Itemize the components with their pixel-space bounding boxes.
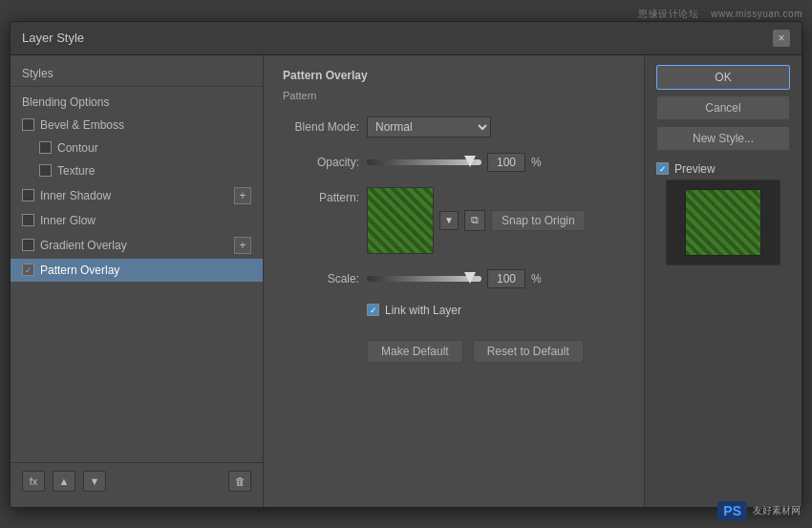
ps-site: 友好素材网 <box>753 504 801 517</box>
preview-inner <box>685 189 761 256</box>
opacity-slider[interactable] <box>367 159 481 165</box>
dialog-titlebar: Layer Style × <box>11 22 801 55</box>
delete-icon: 🗑 <box>235 475 246 487</box>
scale-slider-container: 100 % <box>367 269 625 288</box>
center-panel: Pattern Overlay Pattern Blend Mode: Norm… <box>264 55 644 507</box>
pattern-row: Pattern: ▼ ⧉ Snap to Origin <box>283 187 625 254</box>
sidebar-item-gradient-overlay[interactable]: Gradient Overlay + <box>11 232 263 259</box>
bevel-emboss-label: Bevel & Emboss <box>40 118 124 132</box>
styles-header: Styles <box>11 63 263 87</box>
opacity-slider-container: 100 % <box>367 153 625 172</box>
inner-glow-checkbox[interactable] <box>22 214 34 226</box>
link-checkbox[interactable] <box>367 304 379 316</box>
panel-subtitle: Pattern <box>283 90 625 101</box>
watermark-right: www.missyuan.com <box>711 9 802 19</box>
pattern-controls: ▼ ⧉ Snap to Origin <box>367 187 586 254</box>
blend-mode-row: Blend Mode: Normal Dissolve Multiply Scr… <box>283 116 625 137</box>
blend-mode-select[interactable]: Normal Dissolve Multiply Screen Overlay <box>367 116 491 137</box>
preview-thumbnail <box>666 180 780 265</box>
scale-thumb <box>464 272 476 284</box>
bevel-emboss-checkbox[interactable] <box>22 118 34 131</box>
inner-glow-label: Inner Glow <box>40 214 96 227</box>
texture-label: Texture <box>57 164 95 178</box>
delete-button[interactable]: 🗑 <box>228 471 251 492</box>
ps-brand: PS 友好素材网 <box>717 501 801 520</box>
move-up-button[interactable]: ▲ <box>53 471 75 492</box>
opacity-label: Opacity: <box>283 156 359 169</box>
opacity-thumb <box>464 156 476 167</box>
scale-label: Scale: <box>283 272 359 285</box>
link-label: Link with Layer <box>385 304 461 317</box>
options-icon: ⧉ <box>471 214 479 226</box>
snap-to-origin-button[interactable]: Snap to Origin <box>491 210 586 231</box>
scale-input[interactable]: 100 <box>487 269 525 288</box>
pattern-dropdown-button[interactable]: ▼ <box>439 211 459 230</box>
scale-slider[interactable] <box>367 276 481 282</box>
chevron-down-icon: ▼ <box>444 215 454 225</box>
texture-checkbox[interactable] <box>39 164 52 177</box>
new-style-button[interactable]: New Style... <box>656 126 790 151</box>
panel-title: Pattern Overlay <box>283 69 625 82</box>
scale-percent: % <box>531 272 542 285</box>
opacity-input[interactable]: 100 <box>487 153 525 172</box>
cancel-button[interactable]: Cancel <box>656 95 790 120</box>
link-row: Link with Layer <box>367 304 625 317</box>
blend-mode-label: Blend Mode: <box>283 120 359 134</box>
preview-section: Preview <box>656 162 790 265</box>
inner-shadow-checkbox[interactable] <box>22 189 34 201</box>
contour-checkbox[interactable] <box>39 141 52 154</box>
up-icon: ▲ <box>59 475 70 487</box>
sidebar-item-inner-shadow[interactable]: Inner Shadow + <box>11 182 263 209</box>
watermark-left: 思缘设计论坛 <box>638 9 698 19</box>
pattern-options-button[interactable]: ⧉ <box>464 210 485 231</box>
ok-button[interactable]: OK <box>656 65 790 90</box>
inner-shadow-label: Inner Shadow <box>40 189 111 202</box>
inner-shadow-plus[interactable]: + <box>234 187 251 204</box>
left-panel-footer: fx ▲ ▼ 🗑 <box>11 462 263 499</box>
pattern-label: Pattern: <box>283 187 359 204</box>
sidebar-item-blending-options[interactable]: Blending Options <box>11 91 263 114</box>
close-button[interactable]: × <box>773 30 790 47</box>
left-panel: Styles Blending Options Bevel & Emboss C… <box>11 55 264 507</box>
gradient-overlay-label: Gradient Overlay <box>40 239 127 252</box>
move-down-button[interactable]: ▼ <box>83 471 106 492</box>
ps-badge: PS <box>717 501 747 520</box>
make-default-button[interactable]: Make Default <box>367 340 463 363</box>
sidebar-item-texture[interactable]: Texture <box>11 159 263 182</box>
sidebar-item-contour[interactable]: Contour <box>11 137 263 159</box>
dialog-body: Styles Blending Options Bevel & Emboss C… <box>11 55 801 507</box>
pattern-overlay-checkbox[interactable] <box>22 264 34 276</box>
preview-label: Preview <box>674 162 716 176</box>
sidebar-item-pattern-overlay[interactable]: Pattern Overlay <box>11 259 263 282</box>
preview-checkbox[interactable] <box>656 162 669 175</box>
gradient-overlay-plus[interactable]: + <box>234 237 251 254</box>
fx-button[interactable]: fx <box>22 471 45 492</box>
opacity-row: Opacity: 100 % <box>283 153 625 172</box>
reset-to-default-button[interactable]: Reset to Default <box>473 340 584 363</box>
sidebar-item-bevel-emboss[interactable]: Bevel & Emboss <box>11 114 263 137</box>
pattern-preview[interactable] <box>367 187 434 254</box>
gradient-overlay-checkbox[interactable] <box>22 239 34 251</box>
scale-row: Scale: 100 % <box>283 269 625 288</box>
blending-options-label: Blending Options <box>22 95 109 109</box>
contour-label: Contour <box>57 141 98 155</box>
action-buttons: Make Default Reset to Default <box>367 340 625 363</box>
dialog-title: Layer Style <box>22 31 84 45</box>
layer-style-dialog: Layer Style × Styles Blending Options Be… <box>10 21 802 508</box>
right-panel: OK Cancel New Style... Preview <box>644 55 801 507</box>
sidebar-item-inner-glow[interactable]: Inner Glow <box>11 209 263 232</box>
down-icon: ▼ <box>90 475 100 487</box>
opacity-percent: % <box>531 156 542 169</box>
preview-label-row: Preview <box>656 162 790 176</box>
pattern-overlay-label: Pattern Overlay <box>40 264 119 277</box>
